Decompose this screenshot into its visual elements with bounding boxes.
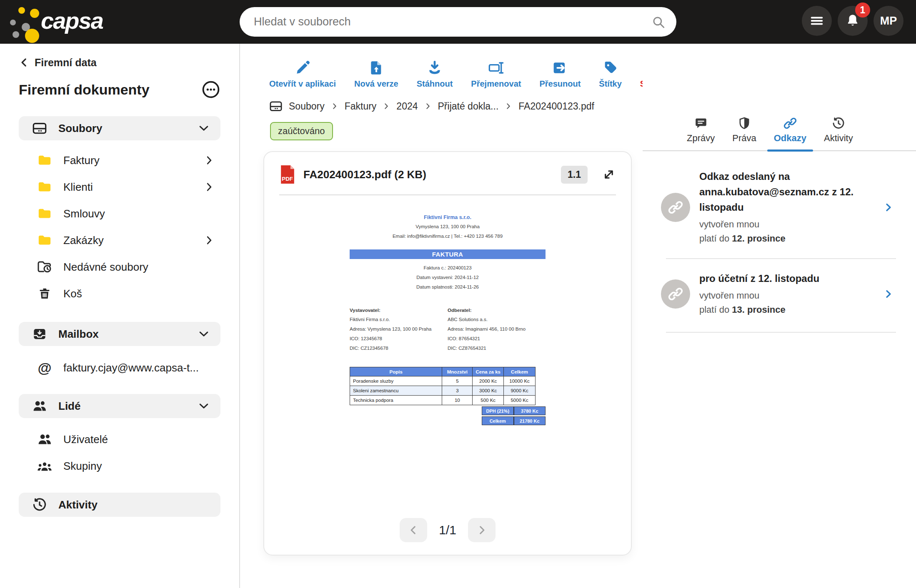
chevron-right-icon[interactable] [883,287,893,301]
sidebar-item-mailbox-address[interactable]: @ faktury.cjay@www.capsa-t... [0,354,239,381]
details-tabs: Zprávy Práva Odkazy [643,117,916,151]
download-icon [426,59,443,77]
sidebar-item-label: Nedávné soubory [63,261,148,274]
sidebar-item-label: Koš [63,287,82,300]
shared-link-item[interactable]: Odkaz odeslaný na anna.kubatova@seznam.c… [643,151,916,258]
drawer-icon [269,100,283,113]
breadcrumb-item[interactable]: Soubory [289,101,325,112]
invoice-company: Fiktivni Firma s.r.o. [350,214,546,220]
file-upload-icon [368,59,385,77]
sidebar-item-label: faktury.cjay@www.capsa-t... [63,361,199,374]
sidebar-item-label: Uživatelé [63,433,108,446]
link-title: Odkaz odeslaný na anna.kubatova@seznam.c… [699,169,874,215]
menu-button[interactable] [802,6,832,36]
sidebar-item-users[interactable]: Uživatelé [0,426,239,453]
ellipsis-circle-icon [201,80,220,99]
group-icon [37,458,53,474]
pencil-icon [294,59,311,77]
history-icon [32,497,48,513]
sidebar-item-zakazky[interactable]: Zakázky [0,227,239,254]
sidebar-item-label: Faktury [63,154,100,167]
link-avatar [661,193,690,222]
chevron-down-icon [198,328,210,340]
trash-icon [37,286,53,301]
top-bar: capsa 1 MP [0,0,916,44]
sidebar-item-label: Skupiny [63,460,102,473]
open-in-app-button[interactable]: Otevřít v aplikaci [269,59,336,89]
shared-link-item[interactable]: pro účetní z 12. listopadu vytvořen mnou… [643,259,916,332]
page-indicator: 1/1 [439,523,456,537]
sidebar-item-groups[interactable]: Skupiny [0,453,239,479]
sidebar-item-trash[interactable]: Koš [0,280,239,307]
breadcrumb-chevron-icon [383,102,390,110]
folder-icon [37,179,53,195]
pdf-file-icon: PDF [279,164,296,184]
inbox-icon [32,326,48,342]
chevron-down-icon [198,122,210,134]
sidebar-item-label: Zakázky [63,234,104,247]
back-label: Firemní data [35,57,97,69]
invoice-number: Faktura c.: 202400123 [350,264,546,271]
move-button[interactable]: Přesunout [539,59,581,89]
people-icon [32,398,48,414]
page-title: Firemní dokumenty [19,82,150,98]
back-link[interactable]: Firemní data [19,55,220,70]
sidebar-section-people[interactable]: Lidé [19,394,220,418]
sidebar-item-label: Smlouvy [63,207,105,220]
breadcrumb-item[interactable]: Přijaté dokla... [438,101,499,112]
sidebar-item-recent-files[interactable]: Nedávné soubory [0,254,239,280]
invoice-contact: Email: info@fiktivnifirma.cz | Tel.: +42… [350,233,546,239]
avatar-button[interactable]: MP [873,6,903,36]
tab-activities[interactable]: Aktivity [817,117,860,150]
tab-links[interactable]: Odkazy [767,117,813,150]
breadcrumb-item[interactable]: Faktury [345,101,377,112]
sidebar-more-button[interactable] [201,80,220,99]
chat-icon [694,117,708,130]
link-icon [668,200,683,215]
invoice-due-date: Datum splatnosti: 2024-11-26 [350,284,546,290]
back-chevron-icon [19,57,30,68]
folder-icon [37,232,53,248]
move-icon [552,59,568,77]
breadcrumb-item[interactable]: 2024 [396,101,418,112]
search-input[interactable] [240,7,676,37]
link-created-by: vytvořen mnou [699,217,874,232]
drawer-icon [32,120,48,136]
folder-icon [37,206,53,222]
tab-messages[interactable]: Zprávy [680,117,721,150]
avatar-initials: MP [880,15,897,27]
status-badge: zaúčtováno [270,122,333,140]
file-title: FA202400123.pdf (2 KB) [303,168,426,181]
sidebar-section-label: Aktivity [58,498,98,511]
rename-button[interactable]: Přejmenovat [471,59,521,89]
sidebar-section-activities[interactable]: Aktivity [19,493,220,517]
previous-page-button[interactable] [400,518,427,542]
sidebar-item-smlouvy[interactable]: Smlouvy [0,200,239,227]
sidebar-item-faktury[interactable]: Faktury [0,147,239,174]
breadcrumb-item-current[interactable]: FA202400123.pdf [518,101,594,112]
expand-icon [602,167,616,182]
sidebar-section-mailbox[interactable]: Mailbox [19,322,220,346]
notifications-button[interactable]: 1 [838,6,868,36]
search-bar [240,7,676,37]
svg-text:PDF: PDF [282,176,293,182]
chevron-right-icon[interactable] [883,201,893,214]
folder-icon [37,152,53,168]
tags-button[interactable]: Štítky [599,59,621,89]
download-button[interactable]: Stáhnout [417,59,453,89]
version-badge: 1.1 [561,166,588,184]
search-icon [651,15,666,29]
sidebar: Firemní data Firemní dokumenty Soubory [0,44,240,588]
brand-name: capsa [41,9,103,35]
new-version-button[interactable]: Nová verze [354,59,398,89]
link-title: pro účetní z 12. listopadu [699,271,874,286]
next-page-button[interactable] [468,518,496,542]
shield-icon [738,117,751,130]
brand-logo[interactable]: capsa [9,5,103,39]
chevron-down-icon [198,400,210,412]
expand-button[interactable] [602,167,616,182]
pdf-document-preview: Fiktivni Firma s.r.o. Vymyslena 123, 100… [350,214,546,425]
tab-permissions[interactable]: Práva [726,117,763,150]
sidebar-section-soubory[interactable]: Soubory [19,116,220,140]
sidebar-item-klienti[interactable]: Klienti [0,174,239,200]
